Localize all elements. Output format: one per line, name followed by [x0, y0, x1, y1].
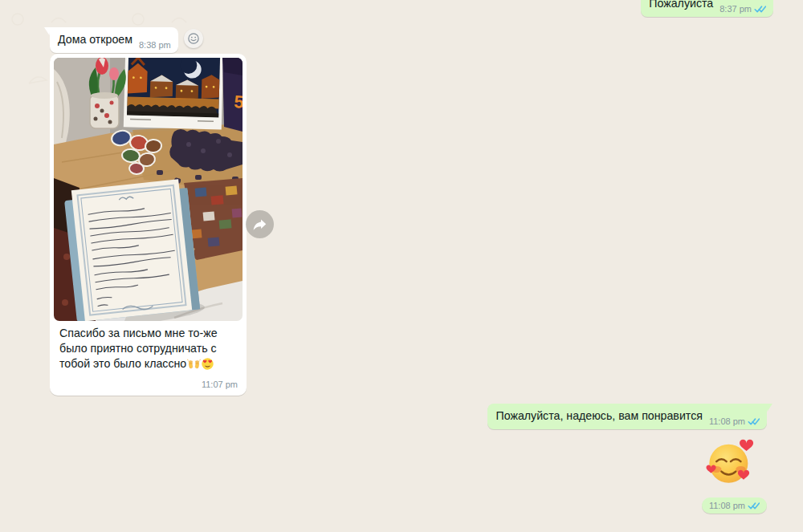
- message-bubble-incoming[interactable]: Дома откроем 8:38 pm: [50, 27, 178, 53]
- message-meta: 8:38 pm: [139, 41, 171, 50]
- double-check-icon: [754, 5, 766, 14]
- bubble-tail: [766, 404, 772, 414]
- message-time: 8:38 pm: [139, 41, 171, 50]
- message-bubble-outgoing[interactable]: Пожалуйста 8:37 pm: [641, 0, 773, 17]
- message-bubble-outgoing[interactable]: Пожалуйста, надеюсь, вам понравится 11:0…: [487, 404, 767, 429]
- smiley-icon: [186, 31, 201, 46]
- double-check-icon: [748, 417, 760, 426]
- message-meta: 8:37 pm: [719, 5, 766, 14]
- handwritten-letter: [63, 178, 206, 321]
- message-text: Пожалуйста, надеюсь, вам понравится: [495, 408, 702, 424]
- message-time: 11:08 pm: [709, 501, 745, 510]
- message-time: 11:08 pm: [709, 417, 745, 426]
- message-text: Дома откроем: [58, 32, 132, 47]
- hearts-face-emoji: [705, 437, 756, 487]
- bubble-tail: [44, 27, 51, 38]
- photo-image[interactable]: 5: [54, 58, 243, 321]
- message-meta-bubble[interactable]: 11:08 pm: [702, 497, 767, 514]
- add-reaction-button[interactable]: [184, 29, 203, 48]
- forward-message-button[interactable]: [246, 210, 274, 238]
- double-check-icon: [748, 502, 760, 510]
- svg-text:5: 5: [234, 91, 243, 112]
- message-bubble-image[interactable]: 5: [50, 54, 247, 396]
- heart-eyes-emoji: [202, 359, 214, 372]
- message-text: Пожалуйста: [649, 0, 713, 11]
- message-meta: 11:08 pm: [709, 417, 760, 426]
- message-time: 8:37 pm: [719, 5, 752, 14]
- raising-hands-emoji: [187, 359, 201, 372]
- image-caption: Спасибо за письмо мне то-же было приятно…: [54, 321, 243, 374]
- message-emoji-large[interactable]: [705, 437, 756, 487]
- chat-conversation-panel: Пожалуйста 8:37 pm Дома откроем 8:38 pm: [0, 0, 803, 532]
- message-time: 11:07 pm: [54, 374, 243, 391]
- forward-arrow-icon: [252, 218, 267, 231]
